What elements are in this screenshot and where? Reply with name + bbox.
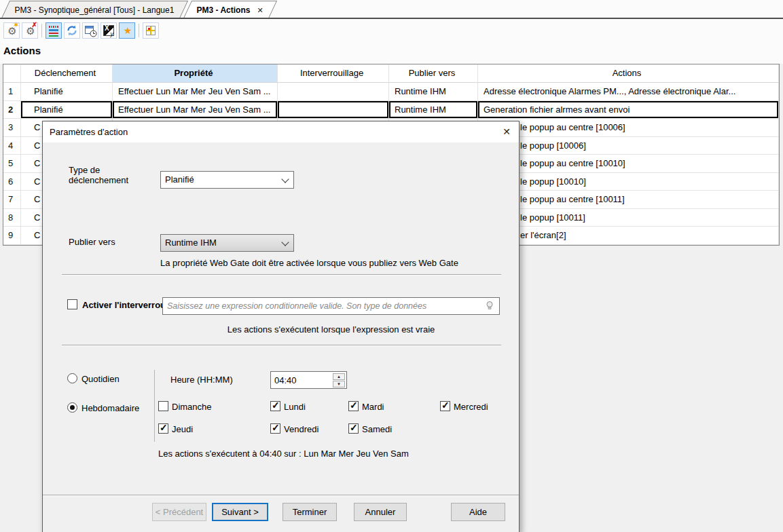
next-button[interactable]: Suivant > xyxy=(212,503,268,521)
dialog-close-icon[interactable]: ✕ xyxy=(503,126,511,137)
schedule-list-button[interactable] xyxy=(45,22,62,39)
column-header-propriete[interactable]: Propriété xyxy=(113,64,278,83)
cell-actions[interactable]: le popup au centre [10011] xyxy=(478,191,779,209)
cell-actions[interactable]: er l'écran[2] xyxy=(478,227,779,245)
chevron-down-icon xyxy=(281,175,289,183)
row-number[interactable]: 3 xyxy=(3,119,21,137)
tab-bar: PM3 - Synoptique_général [Tous] - Langue… xyxy=(5,1,276,18)
cell-publier_vers[interactable]: Runtime IHM xyxy=(389,101,478,119)
tab-label: PM3 - Actions xyxy=(197,5,251,15)
tab-close-icon[interactable]: ✕ xyxy=(257,5,263,14)
daily-radio[interactable] xyxy=(67,373,77,383)
swap-variable-button[interactable]: Xy xyxy=(101,22,117,39)
cell-interverrouillage[interactable] xyxy=(278,83,389,101)
schedule-summary: Les actions s'exécutent à 04:40 sur : Lu… xyxy=(158,449,409,459)
tab-synoptique[interactable]: PM3 - Synoptique_général [Tous] - Langue… xyxy=(1,1,188,18)
interlock-expression-input[interactable] xyxy=(162,297,500,315)
vertical-divider xyxy=(154,370,155,442)
time-label: Heure (HH:MM) xyxy=(170,375,233,385)
toolbar-separator xyxy=(139,24,139,37)
column-header-interverrouillage[interactable]: Interverrouillage xyxy=(278,64,389,83)
day-label: Mardi xyxy=(362,402,384,412)
cell-actions[interactable]: le popup [10011] xyxy=(478,209,779,227)
cell-propriete[interactable]: Effectuer Lun Mar Mer Jeu Ven Sam ... xyxy=(113,101,278,119)
column-header-num[interactable] xyxy=(3,64,21,83)
row-number[interactable]: 6 xyxy=(3,173,21,191)
day-label: Vendredi xyxy=(284,424,318,434)
cell-actions[interactable]: le popup au centre [10006] xyxy=(478,119,779,137)
daily-radio-label: Quotidien xyxy=(81,374,120,384)
column-header-declenchement[interactable]: Déclenchement xyxy=(21,64,113,83)
interlock-note: Les actions s'exécutent lorsque l'expres… xyxy=(162,324,500,335)
day-label: Samedi xyxy=(362,424,392,434)
cell-actions[interactable]: Generation fichier alrmes avant envoi xyxy=(478,101,779,119)
day-label: Lundi xyxy=(284,402,306,412)
cancel-button[interactable]: Annuler xyxy=(354,503,407,521)
row-number[interactable]: 8 xyxy=(3,209,21,227)
chevron-down-icon xyxy=(281,238,289,246)
row-number[interactable]: 9 xyxy=(3,227,21,245)
grid-settings-button[interactable] xyxy=(143,22,159,39)
trigger-type-label: Type de déclenchement xyxy=(69,165,145,185)
page-title: Actions xyxy=(3,45,41,56)
day-checkbox-mardi[interactable] xyxy=(348,401,359,411)
finish-button[interactable]: Terminer xyxy=(283,503,337,521)
previous-button[interactable]: < Précédent xyxy=(152,503,206,521)
grid-settings-icon xyxy=(143,23,158,38)
delete-action-button[interactable]: ⚙✗ xyxy=(22,22,38,39)
row-number[interactable]: 2 xyxy=(3,101,21,119)
day-checkbox-mercredi[interactable] xyxy=(440,401,450,411)
delete-action-icon: ⚙✗ xyxy=(22,23,37,38)
day-checkbox-lundi[interactable] xyxy=(270,401,280,411)
time-input[interactable] xyxy=(271,372,333,388)
row-number[interactable]: 1 xyxy=(3,83,21,101)
trigger-type-select[interactable]: Planifié xyxy=(160,171,294,189)
expression-hint-bulb-icon[interactable] xyxy=(484,300,495,311)
weekly-radio[interactable] xyxy=(67,402,77,413)
refresh-button[interactable] xyxy=(64,22,80,39)
spin-up-icon[interactable]: ▲ xyxy=(333,373,345,380)
new-action-button[interactable]: ⚙✶ xyxy=(3,22,20,39)
column-header-actions[interactable]: Actions xyxy=(478,64,779,83)
cell-actions[interactable]: le popup au centre [10010] xyxy=(478,155,779,173)
separator xyxy=(62,274,501,276)
interlock-checkbox[interactable] xyxy=(67,299,77,309)
favorite-star-button[interactable]: ★ xyxy=(119,22,135,39)
new-action-icon: ⚙✶ xyxy=(4,23,19,38)
day-label: Mercredi xyxy=(454,402,488,412)
publish-to-value: Runtime IHM xyxy=(165,238,217,248)
cell-interverrouillage[interactable] xyxy=(278,101,389,119)
day-checkbox-dimanche[interactable] xyxy=(158,401,168,411)
spin-down-icon[interactable]: ▼ xyxy=(333,381,345,387)
cell-publier_vers[interactable]: Runtime IHM xyxy=(389,83,478,101)
tab-actions[interactable]: PM3 - Actions✕ xyxy=(183,1,277,18)
row-number[interactable]: 5 xyxy=(3,155,21,173)
column-header-publier_vers[interactable]: Publier vers xyxy=(389,64,478,83)
tab-label: PM3 - Synoptique_général [Tous] - Langue… xyxy=(15,5,175,15)
scheduled-time-icon xyxy=(83,23,98,38)
cell-declenchement[interactable]: Planifié xyxy=(21,83,113,101)
favorite-star-icon: ★ xyxy=(120,23,134,38)
day-checkbox-jeudi[interactable] xyxy=(158,423,168,434)
weekly-radio-label: Hebdomadaire xyxy=(81,403,139,413)
tab-underline xyxy=(0,18,783,19)
cell-propriete[interactable]: Effectuer Lun Mar Mer Jeu Ven Sam ... xyxy=(113,83,278,101)
toolbar-separator xyxy=(41,24,42,37)
row-number[interactable]: 4 xyxy=(3,137,21,155)
cell-actions[interactable]: le popup [10010] xyxy=(478,173,779,191)
refresh-icon xyxy=(65,23,79,38)
schedule-list-icon xyxy=(46,23,61,38)
help-button[interactable]: Aide xyxy=(451,503,505,521)
day-checkbox-samedi[interactable] xyxy=(348,423,359,434)
cell-actions[interactable]: Adresse électronique Alarmes PM..., Adre… xyxy=(478,83,779,101)
scheduled-time-button[interactable] xyxy=(82,22,98,39)
row-number[interactable]: 7 xyxy=(3,191,21,209)
dialog-titlebar[interactable]: Paramètres d'action ✕ xyxy=(43,121,519,142)
separator xyxy=(62,345,501,346)
cell-actions[interactable]: le popup [10006] xyxy=(478,137,779,155)
cell-declenchement[interactable]: Planifié xyxy=(21,101,113,119)
publish-to-label: Publier vers xyxy=(69,237,115,247)
publish-to-select[interactable]: Runtime IHM xyxy=(160,234,294,252)
day-checkbox-vendredi[interactable] xyxy=(270,423,280,434)
dialog-title: Paramètres d'action xyxy=(50,127,128,137)
